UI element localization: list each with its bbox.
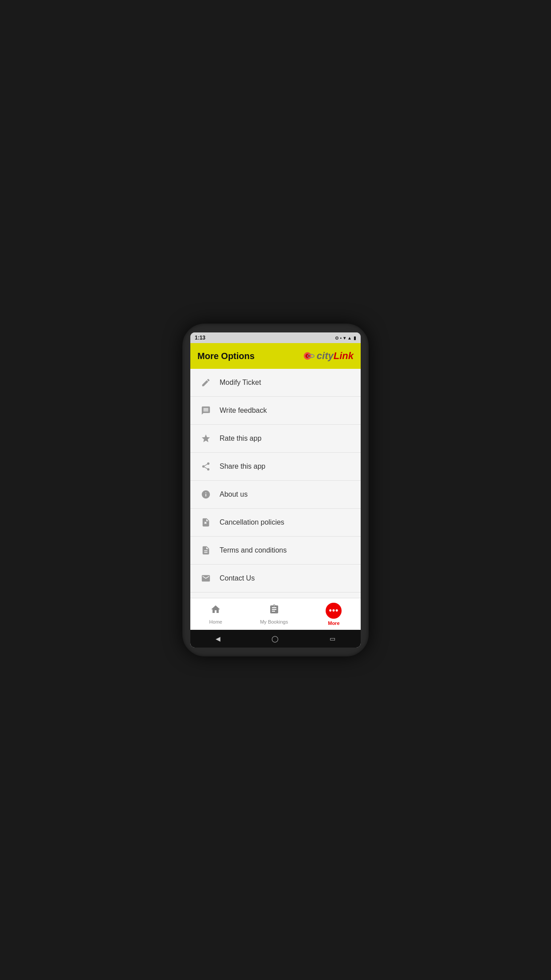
pencil-icon	[199, 376, 213, 389]
nav-item-home[interactable]: Home	[201, 602, 231, 626]
status-icons: ⊙ ▪ ▾ ▲ ▮	[335, 336, 356, 340]
menu-content: Modify Ticket Write feedback Rate this a…	[190, 369, 361, 598]
menu-item-about-us[interactable]: About us	[190, 481, 361, 509]
logo-text: cityLink	[317, 350, 354, 362]
share-app-label: Share this app	[220, 462, 265, 470]
about-us-label: About us	[220, 490, 248, 498]
home-icon	[210, 604, 221, 617]
location-icon: ⊙	[335, 336, 338, 340]
logo-icon	[303, 350, 315, 362]
contact-us-label: Contact Us	[220, 574, 255, 582]
status-bar: 1:13 ⊙ ▪ ▾ ▲ ▮	[190, 332, 361, 343]
doc-icon	[199, 544, 213, 557]
more-dot-icon: •••	[326, 603, 342, 619]
cancellation-policies-label: Cancellation policies	[220, 518, 284, 526]
phone-screen: 1:13 ⊙ ▪ ▾ ▲ ▮ More Options cityLink	[190, 332, 361, 648]
page-title: More Options	[197, 351, 255, 361]
menu-item-rate-app[interactable]: Rate this app	[190, 425, 361, 453]
terms-conditions-label: Terms and conditions	[220, 546, 287, 554]
recents-button[interactable]: ▭	[330, 635, 335, 642]
app-header: More Options cityLink	[190, 343, 361, 369]
logo: cityLink	[303, 350, 354, 362]
home-nav-label: Home	[209, 619, 222, 624]
menu-item-login[interactable]: Login	[190, 593, 361, 598]
more-nav-label: More	[328, 620, 339, 626]
menu-item-cancellation-policies[interactable]: Cancellation policies	[190, 509, 361, 537]
lock-icon: ▪	[340, 336, 342, 340]
signal-icon: ▲	[347, 336, 352, 340]
mail-icon	[199, 572, 213, 585]
menu-item-write-feedback[interactable]: Write feedback	[190, 397, 361, 425]
wifi-icon: ▾	[343, 336, 346, 340]
logo-city-text: city	[317, 350, 334, 362]
modify-ticket-label: Modify Ticket	[220, 379, 261, 387]
menu-item-modify-ticket[interactable]: Modify Ticket	[190, 369, 361, 397]
android-nav-bar: ◀ ◯ ▭	[190, 630, 361, 648]
menu-item-terms-conditions[interactable]: Terms and conditions	[190, 537, 361, 565]
bookings-icon	[269, 604, 279, 617]
rate-app-label: Rate this app	[220, 435, 261, 443]
write-feedback-label: Write feedback	[220, 407, 267, 415]
logo-link-text: Link	[334, 350, 354, 362]
back-button[interactable]: ◀	[216, 635, 220, 642]
status-time: 1:13	[195, 335, 205, 341]
bottom-nav: Home My Bookings ••• More	[190, 598, 361, 630]
phone-device: 1:13 ⊙ ▪ ▾ ▲ ▮ More Options cityLink	[182, 324, 369, 656]
my-bookings-nav-label: My Bookings	[260, 619, 288, 624]
nav-item-my-bookings[interactable]: My Bookings	[251, 602, 297, 626]
cancel-doc-icon	[199, 516, 213, 529]
info-icon	[199, 488, 213, 501]
home-button[interactable]: ◯	[272, 635, 279, 642]
more-dot-dots: •••	[329, 606, 338, 615]
battery-icon: ▮	[354, 336, 356, 340]
share-icon	[199, 460, 213, 473]
menu-item-contact-us[interactable]: Contact Us	[190, 565, 361, 593]
menu-item-share-app[interactable]: Share this app	[190, 453, 361, 481]
star-icon	[199, 432, 213, 445]
chat-icon	[199, 404, 213, 417]
nav-item-more[interactable]: ••• More	[317, 601, 350, 628]
